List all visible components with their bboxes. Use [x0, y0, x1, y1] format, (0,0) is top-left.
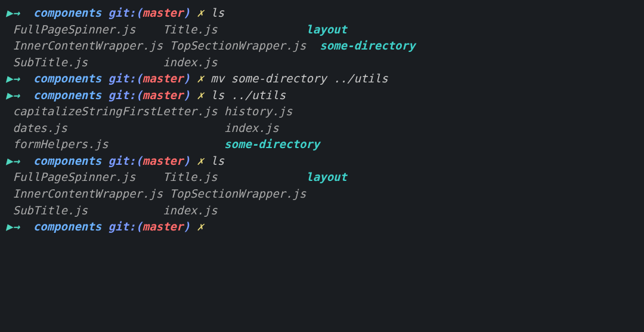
ls-file: SubTitle.js: [13, 54, 163, 71]
prompt-line: ▶→ components git:(master) ✗: [6, 219, 638, 235]
command-text: mv some-directory ../utils: [210, 70, 388, 87]
prompt-git-label: git:: [109, 70, 136, 87]
paren-close: ): [183, 70, 190, 87]
prompt-line: ▶→ components git:(master) ✗ ls: [6, 153, 638, 170]
ls-file: Title.js: [163, 21, 306, 38]
paren-open: (: [135, 87, 142, 104]
prompt-arrow-icon: ▶→: [6, 153, 33, 170]
ls-file: TopSectionWrapper.js: [170, 186, 306, 202]
prompt-branch: master: [143, 153, 184, 170]
prompt-dirty-icon: ✗: [190, 70, 210, 87]
prompt-dirty-icon: ✗: [190, 219, 210, 235]
output-row: SubTitle.js index.js: [6, 202, 638, 219]
prompt-branch: master: [143, 70, 184, 87]
ls-file: index.js: [224, 120, 279, 137]
ls-file: FullPageSpinner.js: [13, 169, 163, 186]
output-row: InnerContentWrapper.js TopSectionWrapper…: [6, 186, 638, 202]
prompt-directory: components: [33, 219, 109, 235]
ls-file: capitalizeStringFirstLetter.js: [13, 103, 224, 120]
paren-open: (: [135, 153, 142, 170]
paren-close: ): [183, 5, 190, 21]
prompt-directory: components: [33, 87, 109, 104]
paren-close: ): [183, 87, 190, 104]
prompt-git-label: git:: [109, 5, 136, 21]
output-row: InnerContentWrapper.js TopSectionWrapper…: [6, 38, 638, 54]
ls-file: FullPageSpinner.js: [13, 21, 163, 38]
prompt-arrow-icon: ▶→: [6, 87, 33, 104]
prompt-dirty-icon: ✗: [190, 5, 210, 21]
output-row: FullPageSpinner.js Title.js layout: [6, 169, 638, 186]
prompt-line: ▶→ components git:(master) ✗ ls: [6, 5, 638, 21]
prompt-line: ▶→ components git:(master) ✗ mv some-dir…: [6, 70, 638, 87]
ls-folder: some-directory: [320, 38, 415, 54]
prompt-directory: components: [33, 153, 109, 170]
ls-file: formHelpers.js: [13, 136, 224, 153]
prompt-arrow-icon: ▶→: [6, 70, 33, 87]
command-text: ls: [210, 5, 224, 21]
ls-file: dates.js: [13, 120, 224, 137]
ls-folder: some-directory: [224, 136, 320, 153]
paren-open: (: [135, 70, 142, 87]
prompt-dirty-icon: ✗: [190, 87, 210, 104]
output-row: dates.js index.js: [6, 120, 638, 137]
prompt-git-label: git:: [109, 153, 136, 170]
output-row: SubTitle.js index.js: [6, 54, 638, 71]
ls-file: history.js: [224, 103, 292, 120]
output-row: capitalizeStringFirstLetter.js history.j…: [6, 103, 638, 120]
prompt-arrow-icon: ▶→: [6, 5, 33, 21]
paren-open: (: [135, 219, 142, 235]
ls-file: TopSectionWrapper.js: [170, 38, 320, 54]
ls-folder: layout: [306, 21, 347, 38]
output-row: formHelpers.js some-directory: [6, 136, 638, 153]
ls-file: InnerContentWrapper.js: [13, 38, 169, 54]
prompt-branch: master: [143, 5, 184, 21]
terminal-output[interactable]: ▶→ components git:(master) ✗ ls FullPage…: [6, 5, 638, 235]
paren-close: ): [183, 219, 190, 235]
ls-file: Title.js: [163, 169, 306, 186]
paren-open: (: [135, 5, 142, 21]
prompt-arrow-icon: ▶→: [6, 219, 33, 235]
prompt-branch: master: [143, 219, 184, 235]
ls-file: index.js: [163, 54, 218, 71]
ls-file: index.js: [163, 202, 218, 219]
prompt-line: ▶→ components git:(master) ✗ ls ../utils: [6, 87, 638, 104]
prompt-branch: master: [143, 87, 184, 104]
command-text: ls: [210, 153, 224, 170]
paren-close: ): [183, 153, 190, 170]
prompt-git-label: git:: [109, 219, 136, 235]
prompt-git-label: git:: [109, 87, 136, 104]
prompt-directory: components: [33, 70, 109, 87]
prompt-directory: components: [33, 5, 109, 21]
ls-file: InnerContentWrapper.js: [13, 186, 169, 202]
ls-file: SubTitle.js: [13, 202, 163, 219]
ls-folder: layout: [306, 169, 347, 186]
prompt-dirty-icon: ✗: [190, 153, 210, 170]
command-text: ls ../utils: [210, 87, 286, 104]
output-row: FullPageSpinner.js Title.js layout: [6, 21, 638, 38]
